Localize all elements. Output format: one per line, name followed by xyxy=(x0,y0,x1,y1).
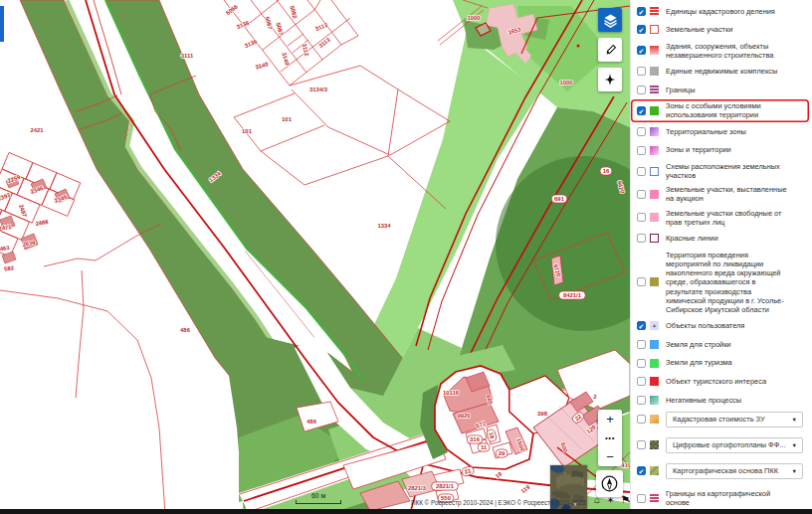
parcel-label: 2821/1 xyxy=(436,483,455,489)
parcel-label: 486 xyxy=(180,327,191,333)
layer-checkbox-7[interactable] xyxy=(637,127,646,136)
compass-icon xyxy=(600,474,619,493)
layer-checkbox-19[interactable] xyxy=(637,415,646,424)
layer-checkbox-16[interactable] xyxy=(637,359,646,368)
layer-checkbox-3[interactable] xyxy=(637,46,646,55)
layer-row-4: Единые недвижимые комплексы xyxy=(631,63,812,82)
layer-row-16: Земли для туризма xyxy=(631,354,812,373)
layers-button[interactable] xyxy=(598,8,622,32)
layer-label-7: Территориальные зоны xyxy=(666,127,746,136)
layer-checkbox-2[interactable] xyxy=(637,25,646,34)
layer-swatch-icon-22 xyxy=(650,494,659,503)
parcel-label: 29 xyxy=(499,450,506,456)
star-icon-small[interactable]: ✶ xyxy=(607,495,615,505)
layer-label-2: Земельные участки xyxy=(666,25,732,34)
map-quick-actions: ⌂ ✶ ⚑ xyxy=(594,495,630,505)
layer-row-10: Земельные участки, выставленные на аукци… xyxy=(631,183,812,206)
layer-checkbox-1[interactable] xyxy=(637,7,646,16)
layer-label-10: Земельные участки, выставленные на аукци… xyxy=(666,185,787,203)
chevron-down-icon: ▼ xyxy=(792,468,797,474)
layer-row-9: Схемы расположения земельных участков xyxy=(631,159,812,182)
layer-swatch-icon-17 xyxy=(650,377,659,386)
layer-row-1: Единицы кадастрового деления xyxy=(631,2,812,21)
flag-icon[interactable]: ⚑ xyxy=(621,495,630,505)
layer-checkbox-5[interactable] xyxy=(637,86,646,94)
measure-button[interactable] xyxy=(598,38,622,62)
parcel-label: 9920 xyxy=(457,413,471,419)
layer-swatch-icon-19 xyxy=(650,415,659,424)
layer-label-15: Земля для стройки xyxy=(666,340,731,349)
layer-checkbox-18[interactable] xyxy=(637,396,646,405)
layer-select-value: Картографическая основа ПКК xyxy=(673,466,778,475)
search-panel-edge xyxy=(0,6,4,42)
layer-swatch-icon-2 xyxy=(650,25,659,34)
parcel-label: 398 xyxy=(537,411,548,417)
parcel-label: 16 xyxy=(603,168,610,174)
map-attribution: ПКК © Росреестр 2010-2024 | ЕЭКО © Росре… xyxy=(411,499,585,506)
layer-row-11: Земельные участки свободные от прав трет… xyxy=(631,206,812,229)
layer-checkbox-14[interactable] xyxy=(637,321,646,330)
layers-icon xyxy=(602,12,619,29)
layer-select-19[interactable]: Кадастровая стоимость ЗУ▼ xyxy=(666,412,803,428)
zoom-out-button[interactable]: − xyxy=(598,447,622,466)
bottom-window-edge xyxy=(0,509,812,514)
layer-label-8: Зоны и территории xyxy=(666,145,731,154)
scale-label: 60 м xyxy=(296,492,341,500)
layer-checkbox-12[interactable] xyxy=(637,234,646,243)
layer-swatch-icon-8 xyxy=(650,146,659,155)
layer-checkbox-9[interactable] xyxy=(637,167,646,176)
cadastral-map: 3111505631385087508750823112311331133139… xyxy=(0,0,630,514)
layer-swatch-icon-21 xyxy=(650,466,659,475)
chevron-down-icon: ▼ xyxy=(792,442,797,448)
layer-checkbox-20[interactable] xyxy=(637,440,646,449)
layer-label-11: Земельные участки свободные от прав трет… xyxy=(666,209,787,227)
layer-checkbox-17[interactable] xyxy=(637,377,646,386)
layer-label-17: Объект туристского интереса xyxy=(666,377,766,386)
position-button[interactable] xyxy=(598,68,622,91)
layer-checkbox-11[interactable] xyxy=(637,213,646,222)
layer-label-16: Земли для туризма xyxy=(666,358,732,367)
parcel-label: 11 xyxy=(481,444,488,450)
layer-select-21[interactable]: Картографическая основа ПКК▼ xyxy=(666,463,803,479)
layer-swatch-icon-15 xyxy=(650,340,659,349)
parcel-label: 1334 xyxy=(377,223,391,229)
layer-row-5: Границы xyxy=(631,81,812,99)
layer-checkbox-8[interactable] xyxy=(637,146,646,155)
layer-swatch-icon-11 xyxy=(650,213,659,222)
layer-checkbox-13[interactable] xyxy=(637,277,646,286)
layer-label-4: Единые недвижимые комплексы xyxy=(666,67,777,76)
layer-label-3: Здания, сооружения, объекты незавершенно… xyxy=(666,42,787,60)
zoom-in-button[interactable]: + xyxy=(598,410,622,428)
layer-swatch-icon-10 xyxy=(650,190,659,199)
star-icon xyxy=(602,72,618,87)
layer-checkbox-21[interactable] xyxy=(637,466,646,475)
layer-row-8: Зоны и территории xyxy=(631,141,812,160)
parcel-label: 8421/1 xyxy=(563,292,582,298)
scale-bar: 60 м xyxy=(296,492,341,504)
parcel-label: 2821/3 xyxy=(408,485,427,491)
layer-row-12: Красные линии xyxy=(631,230,812,249)
layer-swatch-icon-3 xyxy=(650,46,659,55)
layer-row-7: Территориальные зоны xyxy=(631,122,812,141)
layer-checkbox-22[interactable] xyxy=(637,494,646,503)
layer-label-13: Территория проведения мероприятий по лик… xyxy=(666,251,787,314)
layer-label-5: Границы xyxy=(666,86,696,94)
layer-checkbox-6[interactable] xyxy=(637,106,646,115)
layer-checkbox-4[interactable] xyxy=(637,67,646,76)
layer-swatch-icon-13 xyxy=(650,277,659,286)
layer-row-17: Объект туристского интереса xyxy=(631,372,812,391)
layer-select-20[interactable]: Цифровые ортофотопланы ФФ...▼ xyxy=(666,437,803,453)
map-canvas[interactable]: 3111505631385087508750823112311331133139… xyxy=(0,0,630,514)
home-icon[interactable]: ⌂ xyxy=(594,495,600,505)
layers-panel: Единицы кадастрового деленияЗемельные уч… xyxy=(630,0,812,514)
layer-row-22: Границы на картографической основе xyxy=(631,487,812,510)
layer-checkbox-15[interactable] xyxy=(637,340,646,349)
compass-button[interactable] xyxy=(596,470,623,497)
layer-row-2: Земельные участки xyxy=(631,21,812,40)
chevron-down-icon: ▼ xyxy=(792,417,797,423)
layer-row-6: Зоны с особыми условиями использования т… xyxy=(631,99,809,122)
zoom-more-button[interactable]: ••• xyxy=(598,428,622,447)
layer-checkbox-10[interactable] xyxy=(637,190,646,199)
parcel-label: 316 xyxy=(470,436,481,442)
layer-swatch-icon-18 xyxy=(650,396,659,405)
